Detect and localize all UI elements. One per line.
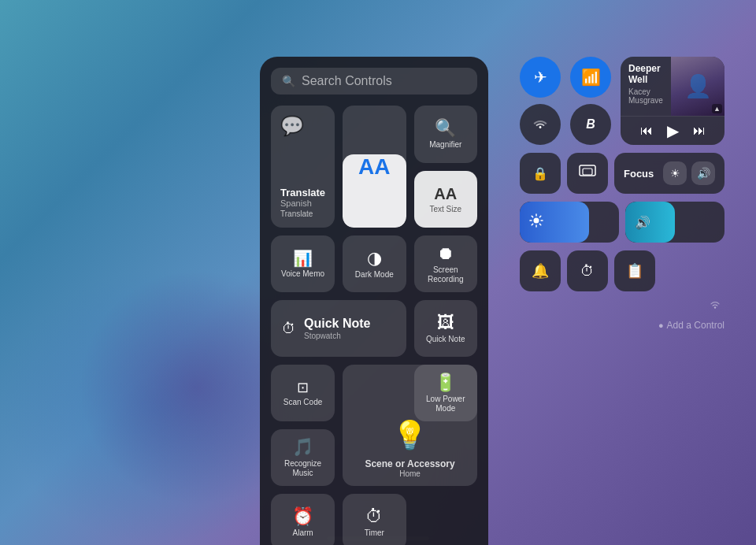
text-size-label: Text Size (429, 205, 461, 214)
voice-memo-label: Voice Memo (281, 269, 324, 279)
recognize-music-button[interactable]: 🎵 RecognizeMusic (271, 429, 335, 486)
brightness-slider-right[interactable] (520, 202, 619, 243)
magnifier-icon: 🔍 (435, 120, 456, 137)
home-scene-button[interactable]: 💡 Scene or Accessory Home (343, 365, 477, 486)
magnifier-button[interactable]: 🔍 Magnifier (414, 106, 477, 163)
scan-code-label: Scan Code (284, 398, 322, 407)
volume-icon: 🔊 (625, 215, 650, 230)
alarm-label: Alarm (292, 528, 313, 538)
lock-rotation-icon: 🔒 (532, 166, 548, 181)
screen-mirror-button[interactable] (567, 153, 608, 194)
add-control-circle-icon: ● (658, 321, 664, 330)
stopwatch-button[interactable]: ⏱ Quick Note Stopwatch (271, 300, 406, 357)
dark-mode-icon: ◑ (367, 250, 382, 267)
svg-point-11 (714, 306, 716, 308)
text-size-aa: AA (358, 154, 390, 180)
album-person-icon: 👤 (684, 73, 712, 99)
airplane-icon: ✈ (534, 68, 547, 87)
notes-button[interactable]: 📋 (614, 250, 655, 291)
home-label: Home (399, 469, 421, 478)
stopwatch-sublabel: Stopwatch (304, 332, 370, 340)
stopwatch-title: Quick Note (304, 317, 370, 331)
mid-row-1: 🔒 Focus ☀ 🔊 (520, 153, 724, 194)
quick-note-icon: 🖼 (437, 314, 454, 332)
bluetooth-icon: B (586, 117, 595, 132)
bell-icon: 🔔 (532, 262, 549, 280)
svg-line-9 (539, 216, 540, 217)
screen-recording-icon: ⏺ (437, 245, 454, 262)
alarm-button[interactable]: ⏰ Alarm (271, 494, 335, 545)
search-icon: 🔍 (282, 75, 295, 87)
svg-line-7 (532, 216, 532, 217)
home-bulb-icon: 💡 (392, 419, 428, 452)
dark-mode-button[interactable]: ◑ Dark Mode (343, 235, 406, 292)
bottom-row: 🔔 ⏱ 📋 (520, 250, 724, 291)
play-button[interactable]: ▶ (667, 121, 679, 140)
search-bar[interactable]: 🔍 Search Controls (271, 68, 477, 95)
brightness-slider[interactable]: AA (343, 106, 406, 228)
album-art: 👤 ▲ (671, 57, 724, 116)
translate-button[interactable]: 💬 Translate Spanish Translate (271, 106, 335, 228)
stopwatch-icon: ⏱ (282, 321, 296, 337)
airplay-icon: ▲ (712, 104, 722, 113)
lock-rotation-button[interactable]: 🔒 (520, 153, 561, 194)
bell-button[interactable]: 🔔 (520, 250, 561, 291)
scan-code-button[interactable]: ⊡ Scan Code (271, 365, 335, 421)
sliders-row: 🔊 (520, 202, 724, 243)
prev-button[interactable]: ⏮ (640, 124, 653, 138)
media-card-inner: Deeper Well Kacey Musgrave 👤 ▲ (621, 57, 724, 116)
song-artist: Kacey Musgrave (628, 87, 663, 105)
translate-title: Translate (280, 187, 325, 198)
focus-sun-toggle[interactable]: ☀ (663, 161, 687, 185)
focus-sound-toggle[interactable]: 🔊 (691, 161, 715, 185)
transport-controls: ⏮ ▶ ⏭ (621, 116, 724, 145)
screen-recording-button[interactable]: ⏺ ScreenRecording (414, 235, 477, 292)
timer-icon: ⏱ (365, 508, 383, 525)
media-card: Deeper Well Kacey Musgrave 👤 ▲ ⏮ ▶ ⏭ (621, 57, 724, 145)
media-info: Deeper Well Kacey Musgrave (621, 57, 671, 116)
voice-memo-button[interactable]: 📊 Voice Memo (271, 235, 335, 292)
controls-grid: 💬 Translate Spanish Translate ⏰ Alarm ⏱ … (271, 106, 477, 545)
voice-memo-icon: 📊 (293, 250, 313, 266)
right-panel: ✈ 📶 B Deeper W (520, 57, 724, 331)
control-center-panel: 🔍 Search Controls 💬 Translate Spanish Tr… (260, 57, 488, 545)
song-title: Deeper Well (628, 63, 663, 86)
next-button[interactable]: ⏭ (693, 124, 706, 138)
cellular-button[interactable]: 📶 (570, 57, 611, 98)
dark-mode-label: Dark Mode (355, 270, 394, 280)
recognize-music-label: RecognizeMusic (284, 459, 321, 478)
wifi-icon (532, 117, 548, 132)
connectivity-grid: ✈ 📶 B (520, 57, 614, 145)
wifi-button[interactable] (520, 104, 561, 145)
timer-button[interactable]: ⏱ Timer (343, 494, 406, 545)
screen-recording-label: ScreenRecording (428, 265, 464, 284)
svg-point-2 (534, 218, 539, 224)
text-size-icon: AA (434, 186, 457, 202)
brightness-icon (520, 213, 543, 231)
focus-toggles: ☀ 🔊 (663, 161, 715, 185)
focus-button[interactable]: Focus ☀ 🔊 (614, 153, 724, 194)
translate-sub: Spanish (280, 198, 325, 208)
svg-line-10 (532, 224, 532, 224)
airplane-mode-button[interactable]: ✈ (520, 57, 561, 98)
quick-note-label: Quick Note (426, 335, 465, 344)
recognize-music-icon: 🎵 (292, 439, 313, 456)
top-row: ✈ 📶 B Deeper W (520, 57, 724, 145)
screen-mirror-icon (579, 165, 596, 183)
bluetooth-button[interactable]: B (570, 104, 611, 145)
cellular-icon: 📶 (581, 68, 601, 87)
home-scene-title: Scene or Accessory (365, 458, 454, 469)
wifi-indicator-row (520, 299, 724, 310)
svg-line-8 (539, 224, 540, 224)
focus-label: Focus (624, 168, 663, 180)
quick-note-button[interactable]: 🖼 Quick Note (414, 300, 477, 357)
svg-rect-1 (583, 169, 592, 175)
volume-slider-right[interactable]: 🔊 (625, 202, 724, 243)
text-size-button[interactable]: AA Text Size (414, 171, 477, 228)
add-control-row: ● Add a Control (520, 320, 724, 331)
timer-button-right[interactable]: ⏱ (567, 250, 608, 291)
magnifier-label: Magnifier (429, 140, 461, 150)
alarm-icon: ⏰ (292, 508, 313, 525)
add-control-label[interactable]: Add a Control (667, 320, 724, 331)
svg-rect-0 (580, 165, 595, 176)
